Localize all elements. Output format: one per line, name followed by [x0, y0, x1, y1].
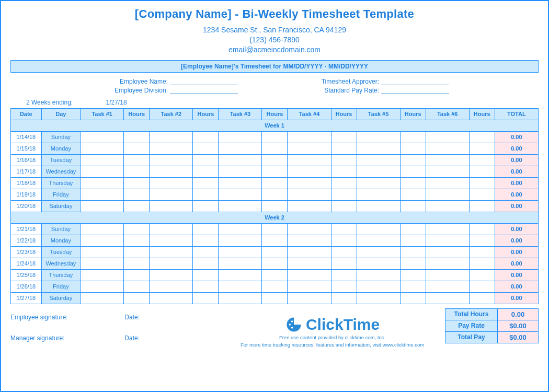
- cell-input[interactable]: [426, 292, 469, 304]
- cell-input[interactable]: [288, 292, 331, 304]
- cell-input[interactable]: [124, 281, 150, 292]
- cell-input[interactable]: [262, 166, 288, 177]
- cell-input[interactable]: [288, 200, 331, 212]
- cell-input[interactable]: [331, 200, 357, 212]
- cell-input[interactable]: [124, 177, 150, 189]
- cell-input[interactable]: [81, 189, 124, 200]
- cell-input[interactable]: [288, 154, 331, 166]
- cell-input[interactable]: [426, 258, 469, 269]
- cell-input[interactable]: [219, 246, 262, 258]
- cell-input[interactable]: [469, 223, 495, 235]
- cell-input[interactable]: [262, 269, 288, 281]
- cell-input[interactable]: [331, 269, 357, 281]
- cell-input[interactable]: [357, 246, 400, 258]
- cell-input[interactable]: [331, 292, 357, 304]
- cell-input[interactable]: [426, 281, 469, 292]
- cell-input[interactable]: [124, 131, 150, 143]
- cell-input[interactable]: [81, 235, 124, 246]
- cell-input[interactable]: [193, 131, 219, 143]
- cell-input[interactable]: [426, 143, 469, 154]
- cell-input[interactable]: [150, 166, 193, 177]
- cell-input[interactable]: [288, 281, 331, 292]
- cell-input[interactable]: [219, 200, 262, 212]
- cell-input[interactable]: [331, 281, 357, 292]
- cell-input[interactable]: [193, 235, 219, 246]
- cell-input[interactable]: [426, 131, 469, 143]
- cell-input[interactable]: [400, 258, 426, 269]
- cell-input[interactable]: [81, 177, 124, 189]
- cell-input[interactable]: [426, 246, 469, 258]
- cell-input[interactable]: [426, 200, 469, 212]
- cell-input[interactable]: [400, 200, 426, 212]
- cell-date[interactable]: 1/24/18: [11, 258, 42, 269]
- cell-input[interactable]: [124, 269, 150, 281]
- cell-input[interactable]: [124, 223, 150, 235]
- cell-input[interactable]: [262, 223, 288, 235]
- cell-input[interactable]: [426, 235, 469, 246]
- cell-input[interactable]: [288, 143, 331, 154]
- cell-input[interactable]: [357, 143, 400, 154]
- cell-input[interactable]: [150, 258, 193, 269]
- cell-input[interactable]: [150, 281, 193, 292]
- cell-input[interactable]: [400, 143, 426, 154]
- cell-input[interactable]: [124, 143, 150, 154]
- cell-input[interactable]: [288, 189, 331, 200]
- cell-input[interactable]: [124, 166, 150, 177]
- cell-input[interactable]: [219, 131, 262, 143]
- cell-input[interactable]: [469, 177, 495, 189]
- cell-input[interactable]: [469, 200, 495, 212]
- cell-input[interactable]: [124, 235, 150, 246]
- cell-input[interactable]: [219, 269, 262, 281]
- cell-input[interactable]: [469, 166, 495, 177]
- cell-input[interactable]: [288, 235, 331, 246]
- cell-input[interactable]: [288, 258, 331, 269]
- cell-input[interactable]: [357, 258, 400, 269]
- cell-input[interactable]: [193, 154, 219, 166]
- cell-input[interactable]: [150, 189, 193, 200]
- cell-input[interactable]: [219, 223, 262, 235]
- cell-date[interactable]: 1/19/18: [11, 189, 42, 200]
- cell-input[interactable]: [219, 281, 262, 292]
- cell-input[interactable]: [193, 177, 219, 189]
- cell-input[interactable]: [426, 223, 469, 235]
- cell-input[interactable]: [469, 143, 495, 154]
- cell-date[interactable]: 1/27/18: [11, 292, 42, 304]
- cell-input[interactable]: [357, 154, 400, 166]
- cell-date[interactable]: 1/17/18: [11, 166, 42, 177]
- cell-input[interactable]: [219, 258, 262, 269]
- cell-input[interactable]: [426, 189, 469, 200]
- cell-input[interactable]: [400, 235, 426, 246]
- cell-input[interactable]: [331, 258, 357, 269]
- cell-input[interactable]: [400, 131, 426, 143]
- cell-input[interactable]: [81, 269, 124, 281]
- cell-input[interactable]: [150, 223, 193, 235]
- cell-input[interactable]: [400, 154, 426, 166]
- cell-input[interactable]: [288, 223, 331, 235]
- cell-input[interactable]: [219, 189, 262, 200]
- cell-input[interactable]: [262, 200, 288, 212]
- cell-input[interactable]: [150, 177, 193, 189]
- cell-input[interactable]: [124, 246, 150, 258]
- cell-date[interactable]: 1/26/18: [11, 281, 42, 292]
- cell-input[interactable]: [193, 246, 219, 258]
- cell-input[interactable]: [219, 154, 262, 166]
- cell-input[interactable]: [357, 200, 400, 212]
- cell-input[interactable]: [331, 131, 357, 143]
- cell-input[interactable]: [400, 166, 426, 177]
- cell-input[interactable]: [81, 154, 124, 166]
- cell-input[interactable]: [469, 292, 495, 304]
- cell-input[interactable]: [81, 131, 124, 143]
- cell-input[interactable]: [331, 189, 357, 200]
- cell-input[interactable]: [357, 189, 400, 200]
- cell-input[interactable]: [262, 292, 288, 304]
- cell-input[interactable]: [469, 131, 495, 143]
- cell-date[interactable]: 1/25/18: [11, 269, 42, 281]
- cell-input[interactable]: [331, 223, 357, 235]
- cell-input[interactable]: [400, 177, 426, 189]
- cell-input[interactable]: [357, 223, 400, 235]
- cell-input[interactable]: [262, 189, 288, 200]
- cell-input[interactable]: [331, 143, 357, 154]
- cell-input[interactable]: [150, 154, 193, 166]
- cell-input[interactable]: [124, 292, 150, 304]
- standard-pay-rate-field[interactable]: [381, 88, 449, 94]
